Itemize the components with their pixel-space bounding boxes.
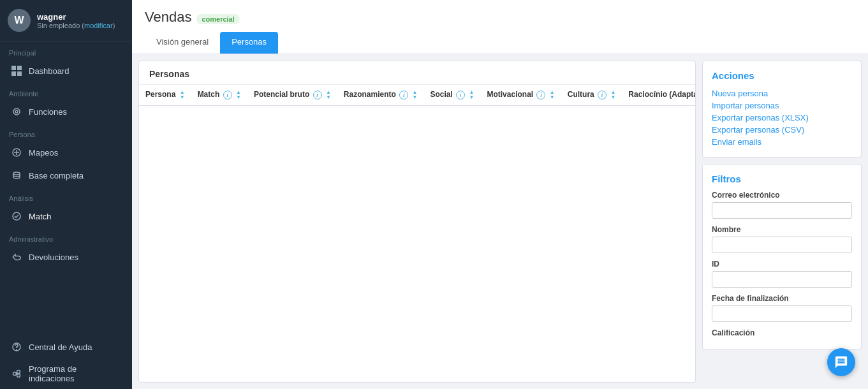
modify-link[interactable]: modificar [84,22,113,29]
svg-point-4 [13,108,20,115]
page-title: Vendas [145,9,191,26]
filter-label-correo: Correo electrónico [712,191,852,200]
avatar: W [8,9,31,32]
acciones-title: Acciones [712,70,852,81]
col-cultura[interactable]: Cultura i ▲▼ [561,85,622,106]
sort-cultura[interactable]: ▲▼ [610,90,615,100]
sidebar-username: wagner [37,12,115,22]
mapeos-icon [11,147,22,158]
link-exportar-csv[interactable]: Exportar personas (CSV) [712,124,852,136]
svg-point-12 [17,371,20,374]
info-potencial-icon[interactable]: i [313,91,322,99]
sidebar-item-label: Funciones [29,107,67,117]
funciones-icon [11,106,22,117]
personas-table: Persona ▲▼ Match i ▲▼ Potencial bruto i [139,85,695,106]
filter-input-fecha[interactable] [712,305,852,322]
sidebar-item-label: Devoluciones [29,253,78,262]
filtros-section: Filtros Correo electrónico Nombre ID Fec… [702,164,862,349]
sidebar-item-label: Dashboard [29,66,70,76]
sidebar-item-mapeos[interactable]: Mapeos [0,141,132,164]
sidebar-item-dashboard[interactable]: Dashboard [0,59,132,82]
col-social[interactable]: Social i ▲▼ [423,85,480,106]
svg-point-7 [13,172,20,175]
link-exportar-xlsx[interactable]: Exportar personas (XLSX) [712,112,852,124]
col-potencial-bruto[interactable]: Potencial bruto i ▲▼ [247,85,337,106]
filter-input-correo[interactable] [712,202,852,219]
sidebar-item-programa-indicaciones[interactable]: Programa de indicaciones [0,358,132,389]
link-nueva-persona[interactable]: Nueva persona [712,87,852,99]
filter-input-nombre[interactable] [712,237,852,253]
section-label-administrativo: Administrativo [0,228,132,246]
sidebar-item-label: Central de Ayuda [29,342,92,352]
section-label-ambiente: Ambiente [0,82,132,100]
info-match-icon[interactable]: i [223,91,232,99]
info-social-icon[interactable]: i [456,91,465,99]
devoluciones-icon [11,251,22,263]
chat-icon [834,355,848,369]
program-icon [11,368,22,379]
info-razonamiento-icon[interactable]: i [399,91,408,99]
page-header: Vendas comercial Visión general Personas [132,0,868,54]
right-sidebar: Acciones Nueva persona Importar personas… [696,54,868,389]
sort-match[interactable]: ▲▼ [236,90,241,100]
sort-social[interactable]: ▲▼ [469,90,474,100]
sort-persona[interactable]: ▲▼ [180,90,185,100]
svg-point-5 [15,110,18,113]
filter-label-fecha: Fecha de finalización [712,294,852,303]
section-label-principal: Principal [0,41,132,59]
table-panel: Personas Persona ▲▼ Match i ▲▼ [138,61,696,383]
sidebar-item-label: Programa de indicaciones [29,364,123,383]
svg-point-10 [17,350,17,351]
sidebar-user: W wagner Sin empleado (modificar) [0,0,132,41]
filter-label-calificacion: Calificación [712,328,852,337]
filtros-title: Filtros [712,173,852,184]
sort-razonamiento[interactable]: ▲▼ [413,90,418,100]
tab-vision-general[interactable]: Visión general [145,32,220,54]
help-icon [11,341,22,353]
sidebar-item-central-ayuda[interactable]: Central de Ayuda [0,335,132,358]
filter-label-id: ID [712,260,852,268]
svg-rect-2 [11,71,16,76]
main-content: Vendas comercial Visión general Personas… [132,0,868,389]
svg-rect-3 [17,71,22,76]
col-razonamiento[interactable]: Razonamiento i ▲▼ [337,85,424,106]
info-motivacional-icon[interactable]: i [536,91,545,99]
col-motivacional[interactable]: Motivacional i ▲▼ [480,85,561,106]
sidebar-item-label: Match [29,212,51,221]
section-label-analisis: Análisis [0,187,132,205]
sidebar-item-devoluciones[interactable]: Devoluciones [0,246,132,268]
link-enviar-emails[interactable]: Enviar emails [712,136,852,148]
content-area: Personas Persona ▲▼ Match i ▲▼ [132,54,868,389]
tab-personas[interactable]: Personas [220,32,278,54]
sidebar-item-funciones[interactable]: Funciones [0,100,132,123]
sidebar-item-match[interactable]: Match [0,205,132,228]
col-persona[interactable]: Persona ▲▼ [139,85,191,106]
col-raciocinio[interactable]: Raciocínio (Adaptativo) i ▲▼ [622,85,695,106]
match-icon [11,210,22,222]
svg-rect-0 [11,66,16,70]
sort-motivacional[interactable]: ▲▼ [550,90,555,100]
base-icon [11,170,22,181]
sidebar-item-base-completa[interactable]: Base completa [0,164,132,187]
section-label-persona: Persona [0,123,132,141]
filter-label-nombre: Nombre [712,225,852,234]
table-panel-title: Personas [139,61,695,85]
sidebar-role: Sin empleado (modificar) [37,22,115,29]
col-match[interactable]: Match i ▲▼ [191,85,247,106]
dashboard-icon [11,65,22,77]
chat-bubble[interactable] [827,348,855,376]
link-importar-personas[interactable]: Importar personas [712,99,852,112]
acciones-section: Acciones Nueva persona Importar personas… [702,61,862,158]
sort-potencial[interactable]: ▲▼ [326,90,331,100]
tabs-bar: Visión general Personas [145,32,855,54]
sidebar: W wagner Sin empleado (modificar) Princi… [0,0,132,389]
filter-input-id[interactable] [712,271,852,288]
sidebar-item-label: Base completa [29,171,84,180]
svg-point-11 [13,372,17,376]
page-badge: comercial [196,14,239,24]
info-cultura-icon[interactable]: i [598,91,607,99]
table-wrapper[interactable]: Persona ▲▼ Match i ▲▼ Potencial bruto i [139,85,695,382]
svg-rect-1 [17,66,22,70]
sidebar-item-label: Mapeos [29,148,58,158]
